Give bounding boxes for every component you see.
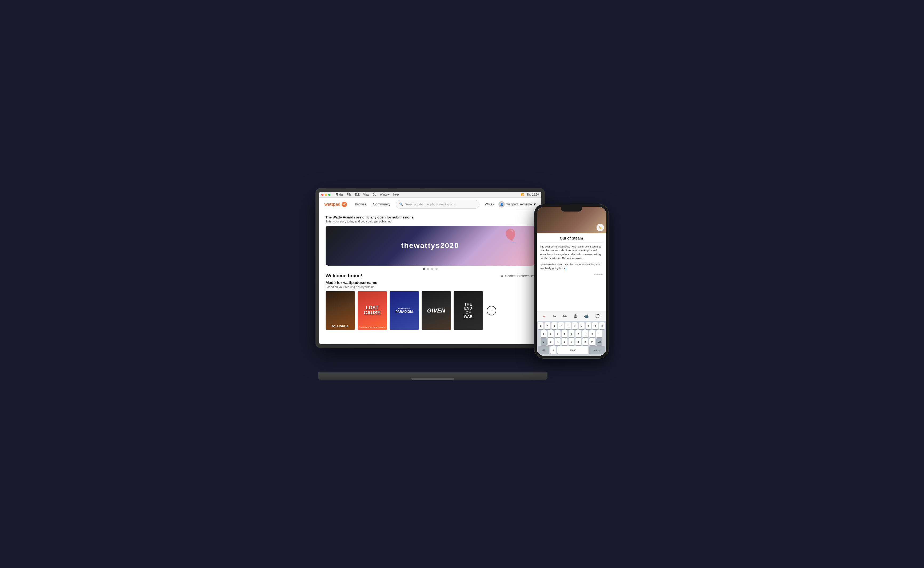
- browse-link[interactable]: Browse: [355, 202, 367, 206]
- story-paragraph-1: The door chimes sounded. "Hey," a soft v…: [540, 245, 603, 260]
- banner-dot-1[interactable]: [423, 268, 425, 270]
- key-f[interactable]: f: [562, 330, 568, 337]
- key-n[interactable]: n: [582, 338, 588, 345]
- key-l[interactable]: l: [596, 330, 602, 337]
- book-lost-cause[interactable]: LOSTCAUSE A DAISY DUNLOP MYSTERY: [357, 291, 387, 330]
- insert-video-button[interactable]: 📹: [584, 314, 589, 318]
- text-cursor: [566, 267, 567, 270]
- key-z[interactable]: z: [548, 338, 554, 345]
- key-u[interactable]: u: [579, 322, 585, 329]
- phone-story-text[interactable]: The door chimes sounded. "Hey," a soft v…: [540, 245, 603, 270]
- menu-go[interactable]: Go: [373, 193, 376, 196]
- scene: Finder File Edit View Go Window Help 📶 T…: [315, 188, 609, 380]
- key-y[interactable]: y: [572, 322, 578, 329]
- comment-button[interactable]: 💬: [595, 314, 600, 318]
- write-button[interactable]: Write ▾: [485, 202, 495, 206]
- key-space[interactable]: space: [557, 346, 588, 354]
- phone-editor-toolbar: ↩ ↪ Aa 🖼 📹 💬: [537, 311, 606, 321]
- watty-banner[interactable]: thewattys2020 🎈: [326, 226, 535, 266]
- key-b[interactable]: b: [576, 338, 581, 345]
- nav-links: Browse Community: [355, 202, 391, 206]
- user-chevron-icon: ▾: [533, 202, 536, 207]
- redo-button[interactable]: ↪: [553, 314, 556, 318]
- key-h[interactable]: h: [576, 330, 581, 337]
- made-for-section: Made for wattpadusername Based on your r…: [326, 280, 535, 330]
- search-bar[interactable]: 🔍 Search stories, people, or reading lis…: [396, 200, 479, 208]
- menu-finder[interactable]: Finder: [336, 193, 343, 196]
- key-k[interactable]: k: [589, 330, 595, 337]
- kb-row-1: q w e r t y u i o p: [538, 322, 605, 329]
- phone-edit-button[interactable]: ✏️: [597, 224, 604, 231]
- banner-dot-4[interactable]: [435, 268, 438, 270]
- key-shift[interactable]: ⇧: [541, 338, 547, 345]
- key-x[interactable]: x: [555, 338, 560, 345]
- key-p[interactable]: p: [599, 322, 605, 329]
- banner-decoration: 🎈: [502, 228, 519, 244]
- made-for-title: Made for wattpadusername: [326, 280, 535, 285]
- maximize-button[interactable]: [328, 194, 330, 196]
- nav-right: Write ▾ 👤 wattpadusername ▾: [485, 201, 535, 207]
- insert-image-button[interactable]: 🖼: [574, 314, 577, 318]
- key-e[interactable]: e: [551, 322, 557, 329]
- menu-window[interactable]: Window: [380, 193, 389, 196]
- laptop-body: Finder File Edit View Go Window Help 📶 T…: [315, 188, 545, 348]
- mac-menu-items: Finder File Edit View Go Window Help: [336, 193, 399, 196]
- key-g[interactable]: g: [568, 330, 574, 337]
- key-w[interactable]: w: [545, 322, 550, 329]
- key-delete[interactable]: ⌫: [596, 338, 602, 345]
- menu-help[interactable]: Help: [393, 193, 399, 196]
- banner-title: thewattys2020: [401, 242, 459, 250]
- book-soul-bound[interactable]: SOUL BOUND: [326, 291, 355, 330]
- key-r[interactable]: r: [558, 322, 564, 329]
- wifi-icon: 📶: [521, 193, 524, 196]
- menu-view[interactable]: View: [363, 193, 369, 196]
- phone-story-title: Out of Steam: [540, 236, 603, 243]
- key-o[interactable]: o: [592, 322, 598, 329]
- menu-edit[interactable]: Edit: [355, 193, 359, 196]
- key-v[interactable]: v: [568, 338, 574, 345]
- close-button[interactable]: [321, 194, 323, 196]
- wattpad-logo[interactable]: wattpad W: [324, 202, 347, 207]
- key-t[interactable]: t: [565, 322, 571, 329]
- banner-dot-2[interactable]: [427, 268, 429, 270]
- key-j[interactable]: j: [582, 330, 588, 337]
- key-m[interactable]: m: [589, 338, 595, 345]
- clock: Thu 21:56: [527, 193, 539, 196]
- phone: ✏️ Out of Steam The door chimes sounded.…: [534, 204, 609, 359]
- nav-bar: wattpad W Browse Community 🔍 Search stor…: [319, 198, 541, 211]
- welcome-title: Welcome home!: [326, 273, 362, 279]
- key-a[interactable]: a: [541, 330, 547, 337]
- user-menu[interactable]: 👤 wattpadusername ▾: [498, 201, 535, 207]
- content-preferences-button[interactable]: ⚙ Content Preferences: [501, 274, 535, 278]
- key-emoji[interactable]: ☺: [550, 346, 556, 354]
- undo-button[interactable]: ↩: [543, 314, 546, 318]
- community-link[interactable]: Community: [373, 202, 391, 206]
- minimize-button[interactable]: [325, 194, 327, 196]
- banner-dot-3[interactable]: [431, 268, 433, 270]
- welcome-section: Welcome home! ⚙ Content Preferences: [326, 273, 535, 279]
- key-q[interactable]: q: [538, 322, 544, 329]
- key-numbers[interactable]: 123: [538, 346, 550, 354]
- kb-row-3: ⇧ z x c v b n m ⌫: [538, 338, 605, 345]
- key-return[interactable]: return: [589, 346, 605, 354]
- format-text-button[interactable]: Aa: [563, 314, 567, 318]
- laptop-notch: [412, 378, 454, 380]
- logo-w-icon: W: [342, 202, 347, 207]
- main-content: The Watty Awards are officially open for…: [319, 211, 541, 334]
- book-end-of-war[interactable]: THE ENDOF WAR: [454, 291, 483, 330]
- book-given[interactable]: Given: [422, 291, 451, 330]
- key-c[interactable]: c: [562, 338, 568, 345]
- key-i[interactable]: i: [586, 322, 591, 329]
- key-s[interactable]: s: [548, 330, 554, 337]
- watty-subtext: Enter your story today and you could get…: [326, 220, 535, 223]
- book-end-of-war-label: THE ENDOF WAR: [461, 302, 476, 319]
- menu-file[interactable]: File: [347, 193, 351, 196]
- books-row: SOUL BOUND LOSTCAUSE A DAISY DUNLOP MYST…: [326, 291, 535, 330]
- phone-keyboard: q w e r t y u i o p a s d f g h: [537, 321, 606, 356]
- book-prospect-paradigm[interactable]: PROSPECT PARADIGM: [389, 291, 419, 330]
- mac-menubar: Finder File Edit View Go Window Help 📶 T…: [319, 192, 541, 198]
- key-d[interactable]: d: [555, 330, 560, 337]
- search-placeholder: Search stories, people, or reading lists: [405, 203, 455, 206]
- kb-row-4: 123 ☺ space return: [538, 346, 605, 354]
- books-next-button[interactable]: →: [487, 306, 496, 316]
